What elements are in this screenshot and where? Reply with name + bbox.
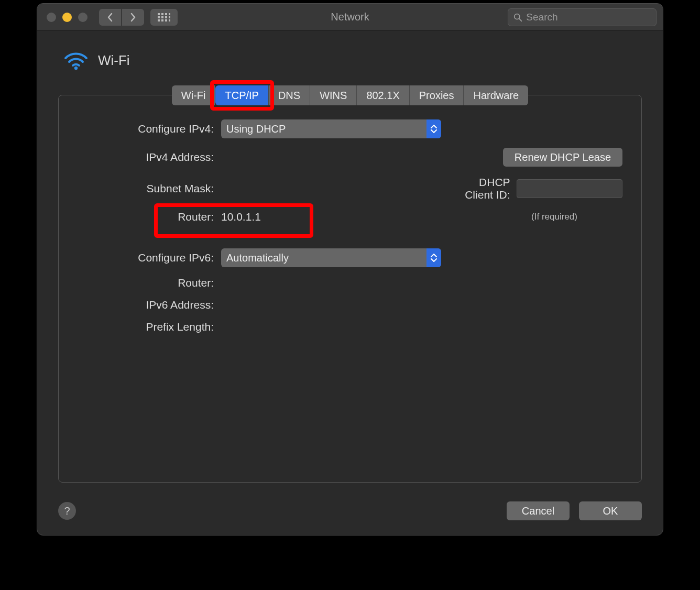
- svg-line-13: [519, 18, 522, 21]
- titlebar: Network: [37, 4, 663, 31]
- cancel-button[interactable]: Cancel: [507, 501, 570, 520]
- wifi-icon: [63, 50, 89, 71]
- configure-ipv6-label: Configure IPv6:: [78, 252, 214, 264]
- tab-dns[interactable]: DNS: [269, 85, 310, 105]
- dialog-footer: ? Cancel OK: [37, 493, 663, 535]
- ipv4-address-label: IPv4 Address:: [78, 151, 214, 163]
- grid-icon: [158, 13, 170, 21]
- dhcp-client-id-label: DHCP Client ID:: [449, 176, 510, 201]
- svg-rect-3: [169, 13, 170, 15]
- show-all-button[interactable]: [150, 9, 178, 26]
- svg-rect-11: [169, 19, 170, 21]
- svg-rect-6: [165, 16, 167, 18]
- ipv4-router-value: 10.0.1.1: [221, 211, 261, 223]
- minimize-window-button[interactable]: [62, 13, 72, 22]
- select-stepper-icon: [426, 248, 441, 267]
- renew-dhcp-lease-button[interactable]: Renew DHCP Lease: [503, 148, 622, 167]
- configure-ipv6-value: Automatically: [226, 252, 289, 264]
- content-area: Wi-Fi Wi-Fi TCP/IP DNS WINS 802.1X Proxi…: [37, 31, 663, 493]
- prefix-length-label: Prefix Length:: [78, 321, 214, 333]
- subnet-mask-label: Subnet Mask:: [78, 182, 214, 195]
- tcpip-panel: Configure IPv4: Using DHCP IPv4 Address:…: [58, 95, 642, 483]
- tab-wifi[interactable]: Wi-Fi: [172, 85, 216, 105]
- ipv4-router-label: Router:: [78, 211, 214, 223]
- search-field[interactable]: [508, 8, 657, 26]
- svg-point-14: [74, 67, 78, 70]
- window-controls: [47, 13, 88, 22]
- ipv6-address-label: IPv6 Address:: [78, 299, 214, 311]
- close-window-button[interactable]: [47, 13, 56, 22]
- tab-proxies[interactable]: Proxies: [410, 85, 464, 105]
- ok-button[interactable]: OK: [579, 501, 642, 520]
- svg-rect-8: [158, 19, 160, 21]
- svg-rect-5: [161, 16, 163, 18]
- interface-header: Wi-Fi: [58, 50, 642, 71]
- svg-rect-0: [158, 13, 160, 15]
- search-icon: [513, 13, 522, 22]
- network-preferences-window: Network Wi-Fi Wi-Fi TCP/IP: [37, 3, 663, 536]
- nav-buttons: [99, 9, 144, 26]
- svg-rect-7: [169, 16, 170, 18]
- help-button[interactable]: ?: [58, 502, 76, 520]
- svg-rect-9: [161, 19, 163, 21]
- dhcp-client-id-input[interactable]: [517, 179, 622, 198]
- chevron-left-icon: [107, 13, 113, 22]
- help-icon: ?: [64, 505, 70, 517]
- search-input[interactable]: [526, 12, 651, 23]
- ipv6-router-label: Router:: [78, 277, 214, 289]
- tab-wins[interactable]: WINS: [310, 85, 357, 105]
- configure-ipv4-value: Using DHCP: [226, 123, 286, 135]
- configure-ipv6-select[interactable]: Automatically: [221, 248, 441, 267]
- dhcp-client-id-hint: (If required): [486, 212, 622, 222]
- svg-rect-1: [161, 13, 163, 15]
- back-button[interactable]: [99, 9, 121, 26]
- configure-ipv4-label: Configure IPv4:: [78, 123, 214, 135]
- tab-hardware[interactable]: Hardware: [464, 85, 528, 105]
- chevron-right-icon: [130, 13, 136, 22]
- select-stepper-icon: [426, 119, 441, 138]
- zoom-window-button[interactable]: [78, 13, 88, 22]
- configure-ipv4-select[interactable]: Using DHCP: [221, 119, 441, 138]
- tab-tcpip[interactable]: TCP/IP: [215, 85, 268, 105]
- tab-8021x[interactable]: 802.1X: [357, 85, 409, 105]
- interface-name: Wi-Fi: [98, 52, 130, 69]
- tab-strip: Wi-Fi TCP/IP DNS WINS 802.1X Proxies Har…: [172, 85, 528, 105]
- svg-rect-2: [165, 13, 167, 15]
- svg-rect-4: [158, 16, 160, 18]
- forward-button[interactable]: [122, 9, 144, 26]
- svg-rect-10: [165, 19, 167, 21]
